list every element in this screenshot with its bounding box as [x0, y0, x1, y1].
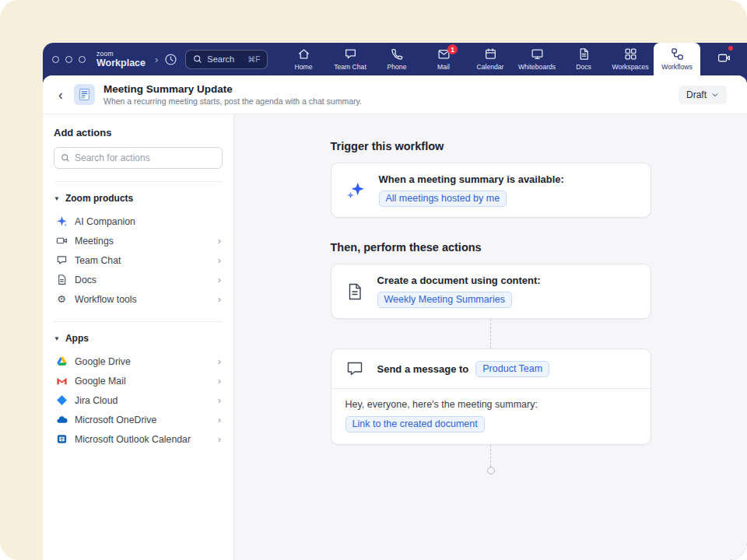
section-zoom-products: ▼ Zoom products AI Companion Meetings ›: [54, 181, 223, 309]
section-header-zoom-products[interactable]: ▼ Zoom products: [54, 193, 223, 204]
chat-icon: [344, 47, 357, 61]
workflow-canvas: Trigger this workflow When a meeting sum…: [234, 114, 747, 560]
window-dot[interactable]: [52, 56, 59, 63]
nav-item-team-chat[interactable]: Team Chat: [327, 43, 374, 75]
calendar-icon: [484, 47, 497, 61]
document-content-chip[interactable]: Weekly Meeting Summaries: [377, 292, 512, 308]
home-icon: [297, 47, 310, 61]
nav-item-label: Home: [295, 63, 313, 71]
primary-navigation: Home Team Chat Phone 1 Mail Calend: [280, 43, 747, 75]
workflows-icon: [671, 47, 684, 61]
section-apps: ▼ Apps Google Drive › Google Mail ›: [54, 321, 223, 449]
window-dot[interactable]: [79, 56, 86, 63]
sidebar-item-outlook-calendar[interactable]: Microsoft Outlook Calendar ›: [54, 429, 223, 449]
logo-workplace-text: Workplace: [96, 58, 146, 68]
trigger-scope-chip[interactable]: All meetings hosted by me: [379, 191, 507, 207]
history-icon[interactable]: [164, 53, 177, 66]
jira-icon: [55, 394, 68, 406]
recipient-chip[interactable]: Product Team: [475, 361, 549, 377]
page-title: Meeting Summary Update: [103, 83, 362, 95]
mail-notification-badge: 1: [447, 44, 458, 54]
sidebar-item-label: Jira Cloud: [75, 395, 117, 406]
send-message-card[interactable]: Send a message to Product Team Hey, ever…: [331, 348, 651, 445]
nav-item-mail[interactable]: 1 Mail: [420, 43, 467, 75]
nav-item-home[interactable]: Home: [280, 43, 327, 75]
sidebar-item-label: Microsoft OneDrive: [75, 415, 156, 425]
global-search[interactable]: Search ⌘F: [185, 50, 268, 69]
sidebar-item-workflow-tools[interactable]: ⚙ Workflow tools ›: [54, 289, 223, 309]
nav-item-docs[interactable]: Docs: [560, 43, 607, 75]
nav-item-phone[interactable]: Phone: [374, 43, 420, 75]
window-dot[interactable]: [65, 56, 72, 63]
sidebar-item-onedrive[interactable]: Microsoft OneDrive ›: [54, 410, 223, 429]
google-drive-icon: [55, 355, 68, 367]
trigger-heading: Trigger this workflow: [331, 140, 651, 152]
chevron-right-icon: ›: [218, 254, 221, 266]
actions-sidebar: Add actions ▼ Zoom products AI Companion: [43, 114, 234, 560]
sidebar-item-label: Meetings: [75, 236, 114, 247]
nav-item-label: Docs: [576, 63, 591, 71]
sidebar-item-google-mail[interactable]: Google Mail ›: [54, 371, 223, 390]
draft-status-dropdown[interactable]: Draft: [679, 86, 727, 104]
top-navbar: zoom Workplace › Search ⌘F Home Team Cha: [43, 43, 747, 75]
connector-line: [331, 319, 651, 348]
send-message-text: Send a message to: [377, 363, 469, 375]
sidebar-item-jira-cloud[interactable]: Jira Cloud ›: [54, 390, 223, 410]
sidebar-item-meetings[interactable]: Meetings ›: [54, 231, 223, 250]
trigger-card[interactable]: When a meeting summary is available: All…: [331, 163, 651, 218]
sidebar-item-team-chat[interactable]: Team Chat ›: [54, 250, 223, 270]
search-label: Search: [207, 54, 243, 64]
workspaces-icon: [624, 47, 637, 61]
back-button[interactable]: ‹: [58, 88, 63, 102]
gmail-icon: [55, 375, 68, 387]
document-icon: [345, 282, 364, 301]
add-step-node[interactable]: [487, 467, 495, 474]
nav-item-label: Team Chat: [334, 63, 366, 71]
chevron-right-icon: ›: [218, 375, 221, 387]
nav-item-whiteboards[interactable]: Whiteboards: [514, 43, 560, 75]
nav-item-label: Phone: [388, 63, 407, 71]
docs-icon: [577, 47, 591, 61]
search-icon: [61, 153, 70, 163]
sidebar-item-google-drive[interactable]: Google Drive ›: [54, 352, 223, 371]
nav-item-workspaces[interactable]: Workspaces: [607, 43, 654, 75]
sidebar-item-label: Google Drive: [75, 356, 131, 367]
search-icon: [193, 54, 202, 64]
sidebar-item-ai-companion[interactable]: AI Companion: [54, 212, 223, 231]
create-document-text: Create a document using content:: [377, 275, 541, 286]
sidebar-item-label: AI Companion: [75, 216, 135, 227]
nav-item-clipped[interactable]: [700, 43, 747, 75]
nav-item-label: Calendar: [477, 63, 504, 71]
message-text: Hey, everyone, here's the meeting summar…: [345, 399, 637, 410]
section-label: Apps: [65, 333, 89, 344]
section-header-apps[interactable]: ▼ Apps: [54, 333, 223, 344]
actions-search[interactable]: [54, 147, 223, 169]
sidebar-item-label: Google Mail: [75, 376, 126, 387]
whiteboard-icon: [531, 47, 544, 61]
chevron-right-icon[interactable]: ›: [155, 54, 158, 65]
nav-item-calendar[interactable]: Calendar: [467, 43, 514, 75]
search-input[interactable]: [75, 152, 216, 163]
chevron-right-icon: ›: [218, 433, 221, 445]
create-document-card[interactable]: Create a document using content: Weekly …: [331, 264, 651, 319]
desktop-background: zoom Workplace › Search ⌘F Home Team Cha: [0, 0, 747, 560]
chevron-down-icon: [711, 91, 719, 99]
sidebar-item-docs[interactable]: Docs ›: [54, 270, 223, 289]
nav-item-workflows[interactable]: Workflows: [654, 43, 700, 75]
nav-item-label: Workflows: [661, 63, 692, 71]
window-controls[interactable]: [52, 56, 86, 63]
workflow-thumbnail-icon: [74, 84, 95, 105]
workflow-editor: ‹ Meeting Summary Update When a recurrin…: [43, 75, 747, 560]
message-body: Hey, everyone, here's the meeting summar…: [331, 388, 651, 444]
nav-item-label: Workspaces: [612, 63, 648, 71]
chevron-expanded-icon: ▼: [54, 195, 60, 202]
outlook-calendar-icon: [55, 433, 68, 445]
document-link-chip[interactable]: Link to the created document: [345, 416, 485, 432]
zoom-workplace-logo: zoom Workplace: [96, 51, 146, 68]
phone-icon: [391, 47, 404, 61]
workflow-header: ‹ Meeting Summary Update When a recurrin…: [43, 75, 747, 114]
actions-heading: Then, perform these actions: [331, 241, 651, 254]
chevron-right-icon: ›: [218, 293, 221, 305]
chevron-right-icon: ›: [218, 394, 221, 406]
section-label: Zoom products: [65, 193, 133, 204]
